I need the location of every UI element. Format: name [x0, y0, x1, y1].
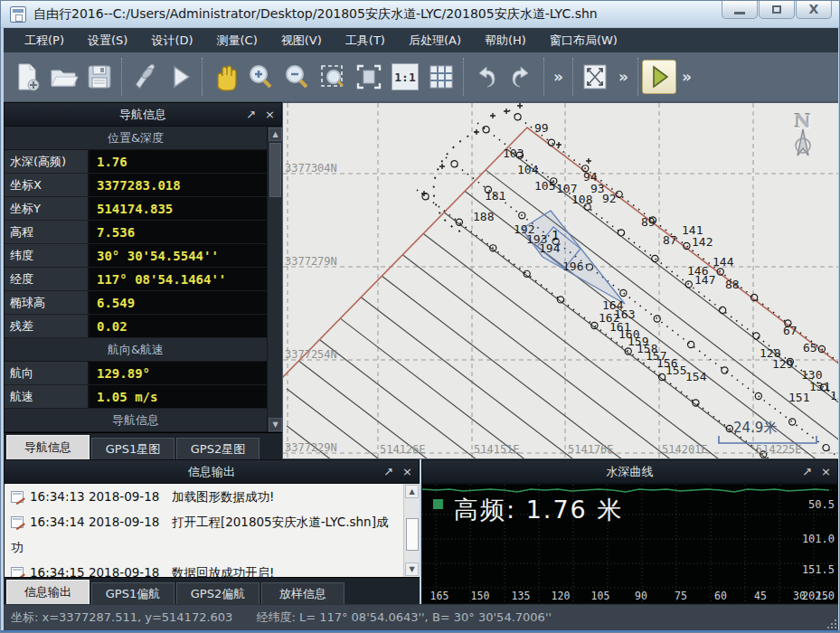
- svg-text:150: 150: [471, 590, 490, 602]
- close-panel-icon[interactable]: ×: [265, 108, 275, 122]
- sounding-point-label: 142: [692, 235, 713, 249]
- nav-scrollbar[interactable]: ▲ ▼: [267, 127, 282, 432]
- info-tab-3[interactable]: GPS2偏航: [176, 582, 260, 604]
- float-panel-icon[interactable]: ↗: [802, 465, 812, 479]
- toolbar: 1:1»»»: [4, 52, 838, 102]
- float-panel-icon[interactable]: ↗: [383, 465, 393, 479]
- nav-panel-title: 导航信息: [119, 107, 166, 123]
- status-latlon: 经纬度: L= 117° 08'54.0643'', B= 30° 30'54.…: [256, 609, 552, 626]
- sounding-point-label: 188: [473, 210, 494, 223]
- save-button[interactable]: [81, 59, 118, 95]
- design-pen-button[interactable]: [126, 59, 162, 95]
- open-folder-icon: [48, 61, 79, 92]
- nav-panel-header[interactable]: 导航信息 ↗ ×: [4, 102, 282, 127]
- info-tab-2[interactable]: GPS1偏航: [91, 582, 175, 604]
- sounding-point-label: 67: [783, 324, 798, 337]
- redo-icon: [506, 61, 537, 92]
- status-coordinates: 坐标: x=3377287.511, y=514172.603: [11, 609, 232, 626]
- nav-tab-3[interactable]: GPS2星图: [176, 438, 260, 459]
- nav-field-label: 航速: [5, 385, 90, 408]
- close-panel-icon[interactable]: ×: [821, 465, 831, 479]
- series-legend-swatch: [433, 499, 443, 509]
- scroll-up-icon[interactable]: ▲: [405, 485, 419, 498]
- close-button[interactable]: X: [796, 1, 832, 19]
- sounding-point-label: 155: [665, 364, 686, 377]
- sounding-point-label: 196: [562, 260, 583, 273]
- status-bar: 坐标: x=3377287.511, y=514172.603 经纬度: L= …: [4, 604, 838, 630]
- design-pen-icon: [128, 61, 159, 92]
- info-tabbar: 信息输出GPS1偏航GPS2偏航放样信息: [4, 577, 420, 604]
- log-entry-icon: [11, 516, 24, 528]
- menu-item-1[interactable]: 工程(P): [13, 29, 76, 52]
- depth-readout: 高频: 1.76 米: [454, 494, 623, 526]
- info-panel-header[interactable]: 信息输出 ↗ ×: [4, 459, 420, 484]
- nav-tab-2[interactable]: GPS1星图: [91, 438, 175, 459]
- replay-play-button[interactable]: [162, 59, 198, 95]
- toolbar-overflow-chevron[interactable]: »: [613, 68, 634, 86]
- fullscreen-expand-button[interactable]: [577, 59, 613, 95]
- info-tab-1[interactable]: 信息输出: [6, 580, 90, 604]
- message-log[interactable]: 16:34:13 2018-09-18 加载图形数据成功!16:34:14 20…: [4, 484, 420, 577]
- nav-data-row: 坐标Y514174.835: [5, 197, 267, 221]
- scroll-down-icon[interactable]: ▼: [405, 562, 419, 576]
- one-to-one-button[interactable]: 1:1: [387, 59, 423, 95]
- scroll-thumb[interactable]: [406, 518, 419, 551]
- toolbar-overflow-chevron[interactable]: »: [548, 68, 569, 86]
- map-northing-label: 3377229N: [285, 441, 337, 454]
- toolbar-separator: [637, 58, 638, 96]
- nav-field-label: 坐标Y: [5, 197, 90, 220]
- scroll-up-icon[interactable]: ▲: [269, 128, 282, 141]
- map-view[interactable]: N 24.9米 1 3377304N3377279N3377254N337722…: [282, 102, 838, 459]
- fit-view-button[interactable]: [351, 59, 387, 95]
- zoom-out-button[interactable]: [278, 59, 315, 95]
- depth-panel-title: 水深曲线: [607, 464, 654, 480]
- menu-item-5[interactable]: 视图(V): [269, 29, 334, 52]
- svg-text:75: 75: [675, 590, 687, 602]
- menu-item-9[interactable]: 窗口布局(W): [538, 29, 629, 52]
- vessel-number-label: 1: [552, 228, 559, 242]
- new-file-button[interactable]: [9, 59, 45, 95]
- undo-button[interactable]: [467, 59, 504, 95]
- menu-item-4[interactable]: 测量(C): [205, 29, 269, 52]
- scroll-down-icon[interactable]: ▼: [269, 418, 282, 431]
- menu-item-7[interactable]: 后处理(A): [397, 29, 473, 52]
- menu-item-6[interactable]: 工具(T): [334, 29, 397, 52]
- playback-active-button[interactable]: [642, 60, 676, 94]
- minimize-button[interactable]: [722, 1, 758, 19]
- depth-panel-header[interactable]: 水深曲线 ↗ ×: [421, 459, 838, 484]
- grid-toggle-button[interactable]: [423, 59, 459, 95]
- nav-data-row: 航向129.89°: [5, 362, 267, 385]
- minimize-icon: [734, 12, 745, 14]
- toolbar-separator: [121, 58, 122, 96]
- svg-text:50.5: 50.5: [808, 498, 835, 511]
- map-easting-label: 514151E: [474, 443, 520, 456]
- pan-hand-button[interactable]: [206, 59, 242, 95]
- resize-grip[interactable]: [826, 618, 836, 628]
- nav-field-label: 经度: [5, 268, 90, 290]
- close-panel-icon[interactable]: ×: [402, 465, 412, 479]
- scroll-thumb[interactable]: [269, 143, 281, 197]
- grid-toggle-icon: [426, 61, 457, 92]
- nav-data-row: 高程7.536: [5, 221, 267, 244]
- nav-tab-1[interactable]: 导航信息: [6, 435, 90, 459]
- svg-text:120: 120: [552, 590, 571, 602]
- app-icon: [10, 6, 26, 23]
- log-entry-icon: [11, 567, 24, 577]
- zoom-window-button[interactable]: [315, 59, 351, 95]
- svg-text:105: 105: [591, 590, 610, 602]
- toolbar-overflow-chevron[interactable]: »: [676, 68, 697, 86]
- open-folder-button[interactable]: [45, 59, 81, 95]
- sounding-point-label: 88: [725, 278, 740, 291]
- zoom-in-button[interactable]: [242, 59, 278, 95]
- info-tab-4[interactable]: 放样信息: [261, 582, 344, 604]
- restore-button[interactable]: [759, 1, 795, 19]
- log-scrollbar[interactable]: ▲ ▼: [403, 484, 420, 577]
- menu-item-3[interactable]: 设计(D): [139, 29, 204, 52]
- title-bar[interactable]: 自由行2016--C:/Users/Administrator/Desktop/…: [1, 1, 839, 28]
- redo-button[interactable]: [504, 59, 540, 95]
- menu-item-8[interactable]: 帮助(H): [473, 29, 538, 52]
- menu-item-2[interactable]: 设置(S): [76, 29, 139, 52]
- float-panel-icon[interactable]: ↗: [246, 108, 256, 122]
- svg-text:101.0: 101.0: [802, 533, 835, 545]
- fit-view-icon: [354, 61, 384, 92]
